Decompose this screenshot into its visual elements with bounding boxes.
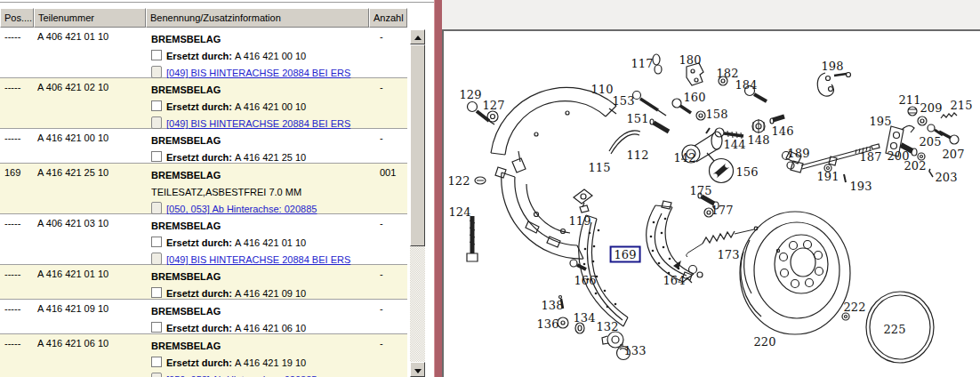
callout-label[interactable]: 198 bbox=[822, 60, 844, 73]
description-cell: BREMSBELAGErsetzt durch: A 416 421 06 10 bbox=[146, 301, 369, 333]
table-row[interactable]: -----A 416 421 01 10BREMSBELAGErsetzt du… bbox=[0, 265, 407, 300]
note-icon[interactable] bbox=[151, 66, 162, 78]
column-header[interactable]: Teilenummer bbox=[34, 8, 146, 28]
footnote-link[interactable]: [049] BIS HINTERACHSE 20884 BEI ERS bbox=[166, 254, 350, 265]
column-header[interactable]: Anzahl bbox=[369, 8, 407, 28]
part-number-cell: A 406 421 03 10 bbox=[34, 216, 146, 264]
diagram-top-strip bbox=[442, 0, 980, 29]
callout-label[interactable]: 191 bbox=[817, 170, 839, 183]
callout-label[interactable]: 203 bbox=[936, 171, 958, 184]
callout-label[interactable]: 164 bbox=[663, 274, 686, 287]
callout-label[interactable]: 166 bbox=[574, 274, 597, 287]
selected-callout-label[interactable]: 169 bbox=[610, 246, 641, 263]
table-row[interactable]: -----A 416 421 06 10BREMSBELAGErsetzt du… bbox=[0, 334, 407, 377]
callout-label[interactable]: 146 bbox=[772, 124, 794, 138]
table-row[interactable]: 169A 416 421 25 10BREMSBELAGTEILESATZ,AS… bbox=[0, 164, 407, 214]
callout-label[interactable]: 132 bbox=[597, 320, 619, 333]
callout-label[interactable]: 117 bbox=[631, 57, 654, 70]
part-name: BREMSBELAG bbox=[151, 221, 221, 231]
callout-label[interactable]: 119 bbox=[569, 214, 591, 228]
column-header[interactable]: Pos.... bbox=[0, 8, 34, 28]
callout-label[interactable]: 187 bbox=[860, 150, 882, 164]
callout-label[interactable]: 110 bbox=[591, 83, 614, 96]
callout-label[interactable]: 207 bbox=[943, 148, 965, 161]
replaced-by-checkbox[interactable] bbox=[151, 237, 162, 247]
callout-label[interactable]: 133 bbox=[624, 344, 647, 357]
replaced-by-checkbox[interactable] bbox=[151, 151, 162, 162]
callout-label[interactable]: 127 bbox=[483, 99, 505, 112]
scroll-up-button[interactable] bbox=[410, 29, 425, 44]
part-name: BREMSBELAG bbox=[151, 306, 221, 317]
scrollbar-thumb[interactable] bbox=[410, 44, 425, 246]
panel-splitter[interactable] bbox=[434, 0, 442, 377]
callout-label[interactable]: 215 bbox=[951, 99, 973, 112]
part-name: BREMSBELAG bbox=[151, 34, 221, 44]
callout-label[interactable]: 138 bbox=[542, 299, 564, 312]
callout-label[interactable]: 209 bbox=[920, 101, 943, 115]
callout-label[interactable]: 134 bbox=[574, 311, 596, 325]
pos-cell: 169 bbox=[0, 165, 34, 213]
callout-label[interactable]: 193 bbox=[850, 180, 872, 193]
callout-label[interactable]: 211 bbox=[899, 93, 921, 107]
note-icon[interactable] bbox=[151, 373, 162, 377]
replaced-by-checkbox[interactable] bbox=[151, 100, 162, 111]
callout-label[interactable]: 124 bbox=[449, 205, 471, 219]
replaced-by-part: A 416 421 00 10 bbox=[232, 51, 306, 61]
callout-label[interactable]: 122 bbox=[448, 174, 470, 188]
scroll-down-button[interactable] bbox=[410, 362, 425, 377]
callout-label[interactable]: 148 bbox=[748, 133, 770, 147]
replaced-by-part: A 416 421 01 10 bbox=[232, 237, 306, 248]
callout-label[interactable]: 160 bbox=[684, 91, 706, 104]
replaced-by-label: Ersetzt durch: bbox=[166, 323, 232, 333]
table-row[interactable]: -----A 406 421 01 10BREMSBELAGErsetzt du… bbox=[0, 28, 407, 78]
footnote-link[interactable]: [050, 053] Ab Hinterachse: 020885 bbox=[166, 204, 317, 214]
callout-label[interactable]: 144 bbox=[724, 138, 746, 151]
callout-label[interactable]: 173 bbox=[718, 248, 740, 261]
callout-label[interactable]: 225 bbox=[884, 323, 906, 336]
vertical-scrollbar[interactable] bbox=[410, 29, 425, 377]
callout-label[interactable]: 202 bbox=[904, 159, 927, 172]
column-header[interactable]: Benennung/Zusatzinformation bbox=[146, 8, 369, 28]
callout-label[interactable]: 151 bbox=[627, 112, 649, 125]
callout-label[interactable]: 189 bbox=[788, 147, 810, 160]
note-icon[interactable] bbox=[151, 253, 162, 265]
replaced-by-checkbox[interactable] bbox=[151, 50, 162, 60]
callout-label[interactable]: 156 bbox=[736, 165, 759, 179]
callout-label[interactable]: 112 bbox=[627, 148, 649, 162]
table-row[interactable]: -----A 406 421 03 10BREMSBELAGErsetzt du… bbox=[0, 214, 407, 265]
callout-label[interactable]: 142 bbox=[674, 151, 696, 164]
footnote-link[interactable]: [049] BIS HINTERACHSE 20884 BEI ERS bbox=[166, 68, 350, 78]
callout-label[interactable]: 220 bbox=[754, 335, 776, 349]
replaced-by-label: Ersetzt durch: bbox=[166, 357, 232, 368]
quantity-cell: - bbox=[369, 301, 407, 333]
note-icon[interactable] bbox=[151, 202, 162, 214]
table-row[interactable]: -----A 416 421 09 10BREMSBELAGErsetzt du… bbox=[0, 300, 407, 334]
callout-label[interactable]: 115 bbox=[589, 161, 611, 174]
callout-label[interactable]: 205 bbox=[920, 135, 942, 148]
callout-label[interactable]: 136 bbox=[537, 317, 559, 331]
table-row[interactable]: -----A 416 421 00 10BREMSBELAGErsetzt du… bbox=[0, 129, 407, 164]
part-number-cell: A 406 421 01 10 bbox=[34, 29, 146, 77]
note-icon[interactable] bbox=[151, 116, 162, 129]
callout-label[interactable]: 195 bbox=[870, 115, 892, 128]
replaced-by-checkbox[interactable] bbox=[151, 322, 162, 333]
callout-label[interactable]: 153 bbox=[613, 94, 635, 108]
callout-label[interactable]: 184 bbox=[735, 78, 758, 92]
table-row[interactable]: -----A 406 421 02 10BREMSBELAGErsetzt du… bbox=[0, 78, 407, 129]
table-rows: -----A 406 421 01 10BREMSBELAGErsetzt du… bbox=[0, 28, 407, 377]
replaced-by-part: A 416 421 19 10 bbox=[232, 357, 306, 368]
parts-table: Pos....TeilenummerBenennung/Zusatzinform… bbox=[0, 8, 407, 28]
callout-label[interactable]: 222 bbox=[844, 301, 866, 314]
replaced-by-label: Ersetzt durch: bbox=[166, 237, 232, 248]
part-name: BREMSBELAG bbox=[151, 341, 221, 351]
replaced-by-checkbox[interactable] bbox=[151, 357, 162, 367]
callout-label[interactable]: 180 bbox=[679, 53, 702, 67]
callout-label[interactable]: 158 bbox=[706, 108, 728, 121]
callout-label[interactable]: 129 bbox=[460, 88, 482, 101]
description-cell: BREMSBELAGErsetzt durch: A 416 421 01 10… bbox=[146, 216, 369, 264]
callout-label[interactable]: 177 bbox=[711, 204, 734, 217]
callout-label[interactable]: 175 bbox=[690, 184, 712, 197]
replaced-by-checkbox[interactable] bbox=[151, 287, 162, 298]
part-number-cell: A 416 421 01 10 bbox=[34, 267, 146, 299]
footnote-link[interactable]: [049] BIS HINTERACHSE 20884 BEI ERS bbox=[166, 118, 350, 129]
